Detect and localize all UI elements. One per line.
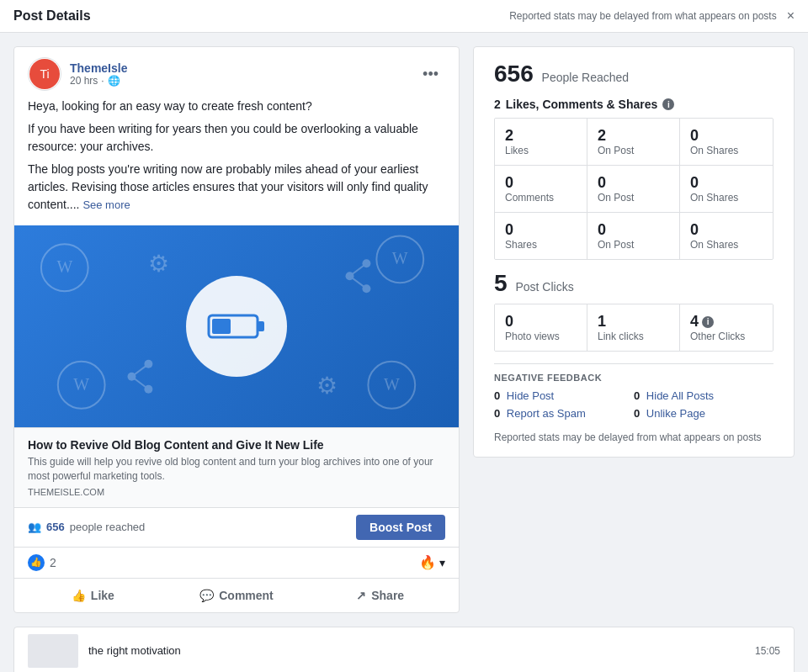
stat-cell-shares-on-post-label: On Post bbox=[598, 239, 669, 251]
stat-cell-comments-label: Comments bbox=[505, 192, 577, 204]
comment-icon: 💬 bbox=[199, 589, 214, 602]
reaction-count: 👍 2 bbox=[28, 554, 56, 571]
post-text-line3: The blog posts you're writing now are pr… bbox=[28, 161, 445, 214]
reached-label: people reached bbox=[70, 521, 146, 533]
bottom-post-text: the right motivation bbox=[88, 644, 181, 657]
author-info: Ti ThemeIsle 20 hrs · 🌐 bbox=[28, 57, 127, 91]
like-icon: 👍 bbox=[28, 554, 45, 571]
post-options-button[interactable]: ••• bbox=[416, 62, 445, 87]
stat-cell-shares-on-post-num: 0 bbox=[598, 221, 669, 239]
post-image-bg: W W W W ⚙ ⚙ bbox=[14, 225, 459, 427]
stat-cell-shares: 0 Shares bbox=[495, 213, 587, 259]
people-icon: 👥 bbox=[28, 521, 41, 533]
negative-feedback-title: NEGATIVE FEEDBACK bbox=[494, 373, 773, 383]
neg-unlike-page-label[interactable]: Unlike Page bbox=[646, 407, 705, 420]
avatar: Ti bbox=[28, 57, 61, 91]
stat-cell-likes-num: 2 bbox=[505, 127, 577, 145]
stat-cell-shares-on-shares: 0 On Shares bbox=[680, 213, 773, 259]
neg-hide-all-posts-label[interactable]: Hide All Posts bbox=[646, 389, 714, 402]
clicks-photo-views-num: 0 bbox=[505, 313, 577, 331]
stat-cell-likes-label: Likes bbox=[505, 145, 577, 156]
post-clicks-label: Post Clicks bbox=[515, 280, 573, 294]
svg-line-16 bbox=[349, 276, 366, 288]
header-bar: Post Details Reported stats may be delay… bbox=[0, 0, 808, 33]
post-stats-bar: 👥 656 people reached Boost Post bbox=[14, 507, 459, 547]
stat-cell-comments-on-post-label: On Post bbox=[598, 192, 669, 204]
stat-cell-shares-num: 0 bbox=[505, 221, 577, 239]
like-button[interactable]: 👍 Like bbox=[21, 582, 165, 609]
clicks-grid: 0 Photo views 1 Link clicks 4 i Other Cl… bbox=[494, 304, 773, 352]
stat-cell-comments-num: 0 bbox=[505, 174, 577, 192]
post-text-line1: Heya, looking for an easy way to create … bbox=[28, 98, 445, 115]
post-meta: 20 hrs · 🌐 bbox=[70, 75, 127, 87]
stats-panel: 656 People Reached 2 Likes, Comments & S… bbox=[473, 46, 795, 458]
people-reached-num: 656 bbox=[494, 61, 534, 87]
clicks-link-clicks-label: Link clicks bbox=[598, 331, 669, 342]
reaction-dropdown-icon[interactable]: ▾ bbox=[439, 556, 445, 569]
stat-cell-comments-on-post-num: 0 bbox=[598, 174, 669, 192]
clicks-other-clicks: 4 i Other Clicks bbox=[680, 304, 773, 351]
people-reached-label: People Reached bbox=[542, 71, 630, 84]
clicks-photo-views: 0 Photo views bbox=[495, 304, 587, 351]
svg-text:⚙: ⚙ bbox=[148, 251, 169, 277]
close-icon[interactable]: × bbox=[787, 8, 795, 24]
post-header: Ti ThemeIsle 20 hrs · 🌐 ••• bbox=[14, 47, 459, 98]
separator: · bbox=[101, 75, 104, 87]
bottom-post-row: the right motivation 15:05 bbox=[13, 627, 795, 672]
info-icon-other-clicks[interactable]: i bbox=[702, 316, 714, 328]
info-icon-likes[interactable]: i bbox=[662, 98, 674, 110]
negative-feedback-grid: 0 Hide Post 0 Hide All Posts 0 Report as… bbox=[494, 389, 773, 420]
post-clicks-row: 5 Post Clicks bbox=[494, 270, 773, 297]
likes-num: 2 bbox=[494, 98, 501, 111]
author-details: ThemeIsle 20 hrs · 🌐 bbox=[70, 61, 127, 87]
comment-button[interactable]: 💬 Comment bbox=[165, 582, 309, 609]
header-notice: Reported stats may be delayed from what … bbox=[509, 10, 777, 22]
clicks-link-clicks: 1 Link clicks bbox=[587, 304, 680, 351]
link-preview-url: THEMEISLE.COM bbox=[28, 487, 445, 497]
stat-cell-shares-on-shares-label: On Shares bbox=[690, 239, 763, 251]
main-layout: Ti ThemeIsle 20 hrs · 🌐 ••• bbox=[0, 33, 808, 627]
clicks-other-label: Other Clicks bbox=[690, 331, 763, 342]
svg-text:W: W bbox=[384, 375, 400, 394]
svg-text:W: W bbox=[73, 375, 89, 394]
stat-cell-shares-label: Shares bbox=[505, 239, 577, 251]
stat-cell-likes-on-shares-num: 0 bbox=[690, 127, 763, 145]
link-preview: How to Revive Old Blog Content and Give … bbox=[14, 427, 459, 507]
svg-rect-23 bbox=[258, 321, 264, 331]
stat-cell-likes: 2 Likes bbox=[495, 119, 587, 166]
post-time: 20 hrs bbox=[70, 75, 98, 87]
svg-line-20 bbox=[131, 364, 148, 377]
svg-text:W: W bbox=[392, 249, 408, 267]
bottom-post-time: 15:05 bbox=[755, 645, 780, 657]
neg-report-spam-label[interactable]: Report as Spam bbox=[507, 407, 586, 420]
likes-section-title: 2 Likes, Comments & Shares i bbox=[494, 98, 773, 111]
neg-hide-post-label[interactable]: Hide Post bbox=[507, 389, 554, 402]
clicks-link-clicks-num: 1 bbox=[598, 313, 669, 331]
author-name[interactable]: ThemeIsle bbox=[70, 61, 127, 75]
bottom-post-thumbnail bbox=[28, 634, 78, 668]
like-thumb-icon: 👍 bbox=[72, 589, 86, 602]
share-label: Share bbox=[371, 589, 404, 602]
reached-count: 656 bbox=[46, 521, 65, 533]
svg-text:W: W bbox=[56, 257, 72, 276]
stat-cell-shares-on-shares-num: 0 bbox=[690, 221, 763, 239]
comment-label: Comment bbox=[219, 589, 274, 602]
link-preview-title: How to Revive Old Blog Content and Give … bbox=[28, 438, 445, 452]
post-image: W W W W ⚙ ⚙ bbox=[14, 225, 459, 427]
action-buttons: 👍 Like 💬 Comment ↗ Share bbox=[14, 578, 459, 612]
stat-cell-likes-on-shares-label: On Shares bbox=[690, 145, 763, 156]
neg-hide-post: 0 Hide Post bbox=[494, 389, 634, 402]
share-button[interactable]: ↗ Share bbox=[308, 582, 452, 609]
share-icon: ↗ bbox=[356, 589, 366, 602]
boost-post-button[interactable]: Boost Post bbox=[356, 515, 445, 540]
neg-report-spam: 0 Report as Spam bbox=[494, 407, 634, 420]
neg-hide-all-posts: 0 Hide All Posts bbox=[634, 389, 773, 402]
reactions-bar: 👍 2 🔥 ▾ bbox=[14, 547, 459, 578]
battery-icon-circle bbox=[186, 276, 287, 377]
stat-cell-comments-on-shares-num: 0 bbox=[690, 174, 763, 192]
see-more-link[interactable]: See more bbox=[82, 198, 130, 211]
stat-cell-likes-on-post-num: 2 bbox=[598, 127, 669, 145]
post-clicks-num: 5 bbox=[494, 270, 508, 296]
svg-line-15 bbox=[349, 263, 366, 276]
stat-cell-likes-on-post: 2 On Post bbox=[587, 119, 680, 166]
